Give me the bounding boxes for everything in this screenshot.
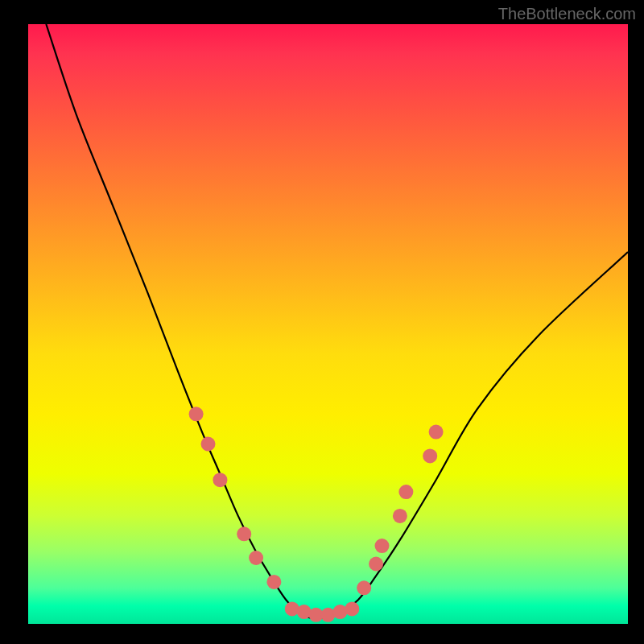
- marker-left-2: [201, 437, 216, 452]
- marker-left-4: [237, 526, 251, 541]
- marker-right-7: [429, 425, 444, 440]
- watermark-text: TheBottleneck.com: [498, 5, 636, 23]
- chart-svg: [28, 24, 628, 624]
- marker-right-4: [393, 509, 407, 523]
- marker-right-5: [398, 485, 413, 499]
- bottleneck-curve: [46, 24, 628, 618]
- marker-right-1: [357, 580, 371, 595]
- marker-bottom-6: [345, 601, 359, 616]
- marker-left-5: [249, 551, 263, 565]
- marker-right-6: [423, 448, 437, 463]
- marker-left-6: [266, 575, 281, 589]
- data-markers-group: [189, 407, 444, 622]
- marker-left-3: [213, 473, 227, 487]
- marker-right-3: [375, 539, 390, 553]
- marker-left-1: [189, 407, 204, 421]
- chart-plot-area: [28, 24, 628, 624]
- marker-right-2: [369, 557, 383, 572]
